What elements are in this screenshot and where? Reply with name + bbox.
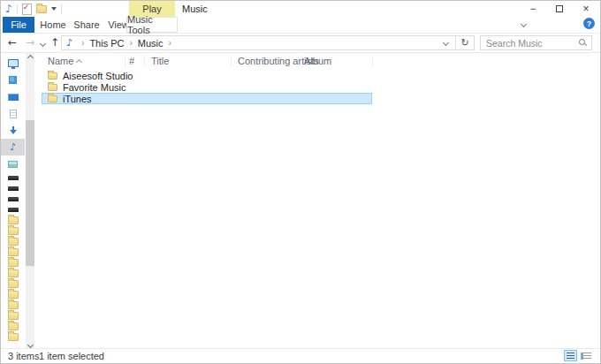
new-folder-icon[interactable] [36,5,47,13]
folder-icon [8,238,19,246]
sidebar-item-folder[interactable] [1,257,25,268]
sidebar-scrollbar[interactable] [26,53,34,349]
downloads-icon [9,126,18,135]
scrollbar-thumb[interactable] [26,120,34,266]
file-name: Favorite Music [63,82,126,93]
file-name: iTunes [63,94,92,104]
sidebar-item-folder[interactable] [1,310,25,321]
back-button[interactable]: ← [8,36,17,49]
sidebar-item-music[interactable] [1,139,25,155]
address-row: ← → ↑ ♪ › This PC › Music › ↻ [1,34,600,53]
app-music-note-icon: ♪ [5,4,12,14]
divider [61,4,62,14]
sidebar-item-drive[interactable] [1,193,25,204]
folder-icon [48,72,57,80]
tab-home[interactable]: Home [36,17,70,33]
file-name: Aiseesoft Studio [63,71,133,81]
column-divider[interactable] [125,56,126,66]
refresh-icon[interactable]: ↻ [456,37,474,49]
file-row[interactable]: Favorite Music [42,81,372,93]
file-row[interactable]: iTunes [42,93,372,104]
drive-icon [8,186,19,191]
sidebar-item-folder[interactable] [1,331,25,342]
pictures-icon [8,161,18,168]
tab-share[interactable]: Share [70,17,103,33]
column-divider[interactable] [372,56,373,66]
sidebar-item-folder[interactable] [1,289,25,300]
sidebar-item-folder[interactable] [1,268,25,278]
sidebar-item-downloads[interactable] [1,122,25,139]
sidebar-item-folder[interactable] [1,321,25,331]
folder-icon [8,259,19,267]
window-title: Music [182,4,208,14]
window-controls: − × [520,1,599,17]
customize-toolbar-arrow-icon[interactable] [51,7,57,11]
sidebar-item-folder[interactable] [1,300,25,310]
folder-icon [8,322,19,330]
address-dropdown-chevron-icon[interactable] [443,40,449,46]
maximize-button[interactable] [546,1,573,17]
column-header-number[interactable]: # [129,56,134,66]
title-bar: ♪ Play Music − × [1,1,600,17]
sidebar-item-drive[interactable] [1,172,25,183]
details-view-button[interactable] [564,350,577,361]
sidebar-item-drive[interactable] [1,204,25,215]
properties-icon[interactable] [22,4,32,15]
minimize-button[interactable]: − [520,1,546,17]
column-divider[interactable] [144,56,145,66]
breadcrumb-separator: › [169,38,171,48]
sidebar-item-documents[interactable] [1,105,25,122]
details-view-icon [567,353,574,360]
ribbon-tabs-row: File Home Share View Music Tools ? [1,17,600,34]
sidebar-item-pictures[interactable] [1,155,25,172]
folder-icon [8,291,19,299]
folder-icon [48,84,57,91]
search-box [480,35,592,50]
column-divider[interactable] [298,56,299,66]
scroll-up-button[interactable] [26,53,34,62]
tab-music-tools[interactable]: Music Tools [126,17,178,33]
folder-icon [8,312,19,320]
sidebar-item-folder[interactable] [1,236,25,246]
chevron-down-icon [27,341,33,347]
sidebar-item-drive[interactable] [1,183,25,193]
large-icons-view-icon [581,353,591,360]
this-pc-icon [8,59,19,67]
folder-icon [8,301,19,309]
sidebar-item-folder[interactable] [1,278,25,289]
sidebar-item-folder[interactable] [1,246,25,257]
folder-icon [8,216,19,224]
drive-icon [8,208,19,212]
large-icons-view-button[interactable] [579,350,592,361]
folder-icon [8,227,19,235]
recent-locations-chevron-icon[interactable] [40,41,46,47]
sidebar-item-desktop[interactable] [1,88,25,105]
sidebar-item-this-pc[interactable] [1,55,25,72]
expand-ribbon-chevron-icon[interactable] [521,21,527,27]
sidebar-item-3d-objects[interactable] [1,72,25,88]
breadcrumb-this-pc[interactable]: This PC [89,38,124,49]
tab-file[interactable]: File [3,17,34,33]
desktop-icon [8,94,19,101]
help-button[interactable]: ? [583,18,595,29]
folder-icon [8,333,19,341]
column-divider[interactable] [231,56,232,66]
address-bar[interactable]: ♪ › This PC › Music › ↻ [61,35,475,50]
close-button[interactable]: × [573,1,599,17]
column-header-album[interactable]: Album [304,56,331,66]
file-row[interactable]: Aiseesoft Studio [42,70,372,81]
sidebar-item-folder[interactable] [1,215,25,225]
breadcrumb-music[interactable]: Music [138,38,164,49]
column-header-title[interactable]: Title [151,56,169,66]
sidebar-item-folder[interactable] [1,225,25,236]
column-header-name[interactable]: Name [48,56,73,66]
sort-ascending-icon [77,56,81,66]
up-button[interactable]: ↑ [50,36,59,49]
drive-icon [8,176,19,180]
chevron-up-icon [27,54,33,60]
search-icon [579,39,587,47]
folder-icon [8,269,19,277]
folder-icon [48,95,57,102]
forward-button[interactable]: → [26,36,34,49]
search-input[interactable] [481,36,591,49]
